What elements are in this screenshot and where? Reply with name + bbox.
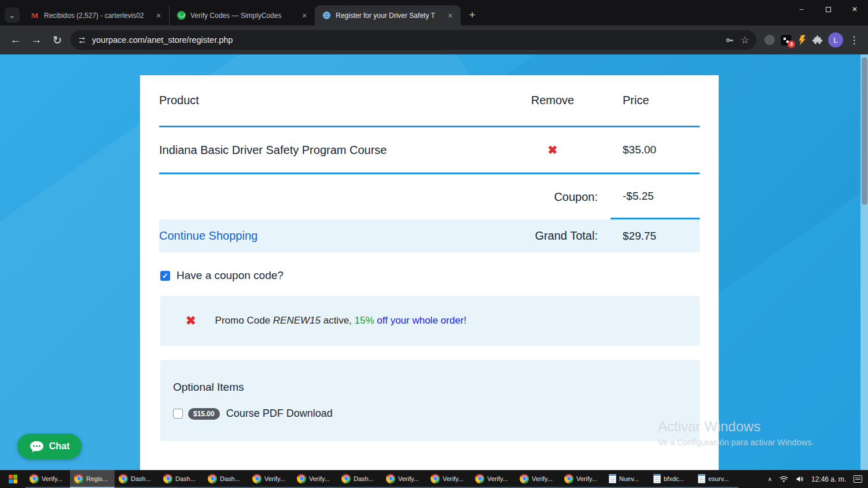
price-badge: $15.00 [188,408,220,420]
product-price: $35.00 [610,144,700,156]
chrome-icon [431,474,440,483]
remove-promo-icon[interactable]: ✖ [186,314,196,328]
tab-search-button[interactable]: ⌄ [5,8,20,23]
tab-close-icon[interactable]: ✕ [446,11,455,20]
coupon-value: -$5.25 [610,174,700,219]
chat-bubble-icon [30,441,44,453]
notepad-icon [653,474,661,483]
system-tray: ∧ 12:46 a. m. [768,470,868,488]
cart-card: Product Remove Price Indiana Basic Drive… [140,75,719,470]
remove-item-icon[interactable]: ✖ [548,144,558,156]
taskbar-app-button[interactable]: Nuev... [605,470,649,488]
continue-shopping-link[interactable]: Continue Shopping [159,229,258,242]
tab-close-icon[interactable]: ✕ [154,11,163,20]
promo-percent: 15% [355,315,374,326]
browser-menu-icon[interactable]: ⋮ [848,34,860,46]
windows-taskbar: Verify... Regis... Dash... Dash... Dash.… [0,470,868,488]
chrome-icon [475,474,484,483]
close-button[interactable]: ✕ [841,0,868,19]
chrome-icon [564,474,573,483]
grand-total-row: Continue Shopping Grand Total: $29.75 [159,219,700,252]
grand-total-value: $29.75 [610,230,700,243]
site-settings-icon[interactable] [78,36,86,45]
new-tab-button[interactable]: + [464,7,480,23]
tab-title: Recibidos (2,527) - carterlevis02 [44,12,149,20]
start-button[interactable] [0,470,25,488]
optional-item-label: Course PDF Download [226,408,333,420]
taskbar-app-button[interactable]: Dash... [204,470,248,488]
taskbar-app-button[interactable]: Verify... [471,470,516,488]
tab-title: Register for your Driver Safety T [336,12,441,20]
taskbar-app-button[interactable]: Verify... [516,470,560,488]
simplycodes-lightning-icon[interactable] [797,35,807,46]
coupon-checkbox-label: Have a coupon code? [176,269,284,282]
chrome-icon [297,474,306,483]
maximize-button[interactable] [815,0,841,19]
chrome-icon [119,474,128,483]
taskbar-app-button[interactable]: bfxdc... [649,470,694,488]
tray-chevron-icon[interactable]: ∧ [768,476,772,482]
product-name: Indiana Basic Driver Safety Program Cour… [159,144,495,157]
tab-simplycodes[interactable]: Verify Codes — SimplyCodes ✕ [169,5,315,25]
coupon-row: Coupon: -$5.25 [159,174,700,219]
taskbar-app-button[interactable]: Verify... [382,470,426,488]
taskbar-app-button[interactable]: Dash... [337,470,382,488]
windows-logo-icon [9,475,17,483]
browser-toolbar: ← → ↻ yourpace.com/anet_store/register.p… [0,25,868,54]
url-text: yourpace.com/anet_store/register.php [92,35,719,45]
extension-badge-icon[interactable]: 3 [780,34,792,46]
taskbar-app-button[interactable]: Verify... [560,470,605,488]
cart-item-row: Indiana Basic Driver Safety Program Cour… [159,127,700,174]
bookmark-star-icon[interactable]: ☆ [741,34,749,46]
taskbar-app-button[interactable]: Regis... [70,470,115,488]
extension-circle-icon[interactable] [764,35,775,45]
page-scrollbar[interactable] [860,54,868,470]
chat-button[interactable]: Chat [17,434,82,459]
optional-items-box: Optional Items $15.00 Course PDF Downloa… [160,360,700,441]
back-button[interactable]: ← [6,30,25,50]
extensions-puzzle-icon[interactable] [812,35,823,45]
minimize-button[interactable]: – [788,0,815,19]
taskbar-app-button[interactable]: Dash... [115,470,159,488]
coupon-label: Coupon: [159,190,610,204]
tab-gmail[interactable]: M Recibidos (2,527) - carterlevis02 ✕ [23,5,169,25]
promo-box: ✖ Promo Code RENEW15 active, 15% off you… [160,296,700,346]
notification-center-icon[interactable] [854,475,862,483]
taskbar-app-button[interactable]: Dash... [159,470,204,488]
pdf-download-checkbox[interactable] [173,409,183,419]
tab-close-icon[interactable]: ✕ [300,11,309,20]
network-wifi-icon[interactable] [779,476,788,483]
chrome-icon [252,474,262,483]
tab-title: Verify Codes — SimplyCodes [190,12,295,20]
coupon-checkbox-row: ✓ Have a coupon code? [160,269,700,282]
col-header-remove: Remove [495,94,610,107]
page-viewport: Product Remove Price Indiana Basic Drive… [0,54,868,470]
coupon-checkbox[interactable]: ✓ [160,271,170,281]
chrome-icon [163,474,172,483]
profile-avatar[interactable]: L [828,32,843,47]
taskbar-app-button[interactable]: Verify... [293,470,337,488]
password-key-icon[interactable] [725,35,735,45]
notepad-icon [698,474,705,483]
window-controls: – ✕ [788,0,868,19]
taskbar-app-button[interactable]: esurv... [694,470,738,488]
forward-button[interactable]: → [27,30,46,50]
chrome-icon [520,474,529,483]
globe-icon [322,11,331,20]
taskbar-app-button[interactable]: Verify... [248,470,293,488]
chrome-icon [208,474,217,483]
simplycodes-icon [176,11,186,20]
taskbar-clock[interactable]: 12:46 a. m. [811,475,846,483]
col-header-price: Price [610,94,700,107]
promo-code: RENEW15 [273,315,321,326]
notepad-icon [609,474,616,483]
tab-register-active[interactable]: Register for your Driver Safety T ✕ [315,5,461,25]
taskbar-app-button[interactable]: Verify... [426,470,471,488]
speaker-icon[interactable] [796,475,804,483]
address-bar[interactable]: yourpace.com/anet_store/register.php ☆ [71,30,756,50]
scrollbar-thumb[interactable] [862,57,867,205]
taskbar-apps: Verify... Regis... Dash... Dash... Dash.… [25,470,738,488]
cart-header-row: Product Remove Price [159,75,700,127]
reload-button[interactable]: ↻ [47,30,67,50]
taskbar-app-button[interactable]: Verify... [25,470,70,488]
